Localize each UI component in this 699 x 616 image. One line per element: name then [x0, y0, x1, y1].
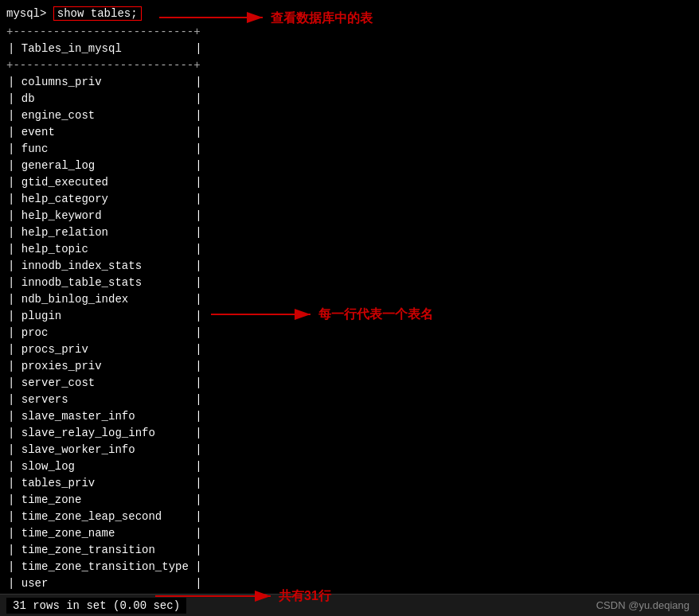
bottom-bar: 31 rows in set (0.00 sec) — [0, 594, 699, 616]
csdn-credit: CSDN @yu.deqiang — [596, 599, 689, 611]
table-line: | plugin | — [6, 308, 699, 325]
table-line: | tables_priv | — [6, 475, 699, 492]
table-line: | Tables_in_mysql | — [6, 41, 699, 57]
table-line: | innodb_table_stats | — [6, 275, 699, 291]
table-line: | help_relation | — [6, 224, 699, 241]
table-line: | ndb_binlog_index | — [6, 291, 699, 308]
table-line: | time_zone_name | — [6, 525, 699, 542]
table-line: | help_topic | — [6, 241, 699, 258]
table-line: | procs_priv | — [6, 341, 699, 358]
prompt-text: mysql> — [6, 7, 53, 20]
command-box: show tables; — [53, 6, 142, 21]
table-line: | slave_worker_info | — [6, 442, 699, 458]
table-line: +---------------------------+ — [6, 57, 699, 74]
table-line: | gtid_executed | — [6, 174, 699, 191]
table-line: | columns_priv | — [6, 74, 699, 91]
table-line: | server_cost | — [6, 375, 699, 392]
table-line: | event | — [6, 124, 699, 141]
table-line: | time_zone_transition | — [6, 542, 699, 559]
table-output: +---------------------------+| Tables_in… — [0, 24, 699, 609]
terminal: mysql> show tables; +-------------------… — [0, 0, 699, 616]
table-line: | slave_master_info | — [6, 408, 699, 425]
table-line: | engine_cost | — [6, 107, 699, 124]
table-line: | slow_log | — [6, 458, 699, 475]
table-line: | time_zone_leap_second | — [6, 509, 699, 525]
prompt-line: mysql> show tables; — [0, 6, 699, 21]
table-line: | time_zone | — [6, 492, 699, 509]
table-line: | proxies_priv | — [6, 358, 699, 375]
table-line: | help_category | — [6, 191, 699, 208]
table-line: | innodb_index_stats | — [6, 258, 699, 275]
table-line: +---------------------------+ — [6, 24, 699, 41]
table-line: | servers | — [6, 392, 699, 408]
table-line: | general_log | — [6, 158, 699, 174]
result-text: 31 rows in set (0.00 sec) — [6, 598, 186, 614]
table-line: | db | — [6, 91, 699, 107]
table-line: | func | — [6, 141, 699, 158]
table-line: | proc | — [6, 325, 699, 341]
table-line: | slave_relay_log_info | — [6, 425, 699, 442]
table-line: | user | — [6, 575, 699, 592]
table-line: | help_keyword | — [6, 208, 699, 224]
table-line: | time_zone_transition_type | — [6, 559, 699, 575]
